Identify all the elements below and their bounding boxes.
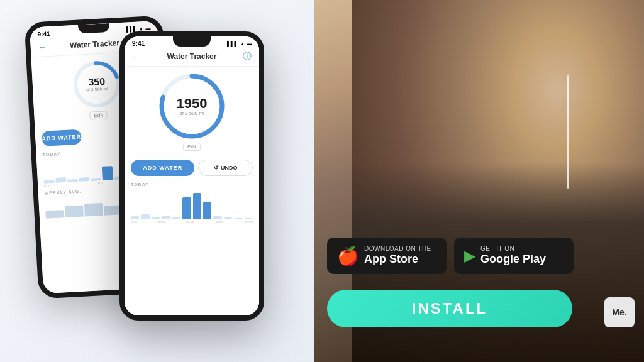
chart-bar (152, 217, 160, 219)
chart-labels-front: 0:00 6:00 12:00 18:00 24:00 (125, 219, 259, 224)
action-row: ADD WATER ↺ UNDO (131, 160, 253, 176)
app-store-button[interactable]: 🍎 Download on the App Store (327, 238, 447, 274)
google-play-button[interactable]: ▶ GET IT ON Google Play (454, 238, 574, 274)
phone-back-title: Water Tracker (70, 38, 120, 50)
water-target-front: of 2 500 ml (177, 111, 208, 116)
info-button-front[interactable]: ⓘ (243, 51, 252, 62)
app-store-text: Download on the App Store (364, 245, 431, 266)
install-button[interactable]: INSTALL (327, 290, 572, 327)
chart-bar (141, 214, 149, 219)
chart-label: 12:00 (186, 220, 194, 224)
chart-label: 6:00 (158, 220, 165, 224)
add-water-back[interactable]: ADD WATER (42, 129, 82, 146)
bar-chart-front (125, 188, 259, 219)
chart-bar (245, 218, 253, 219)
chart-label: 0:00 (131, 220, 137, 224)
chart-bar (234, 218, 242, 219)
chart-bar (44, 180, 55, 184)
phone-front-title: Water Tracker (167, 52, 217, 61)
chart-label: 24:00 (245, 220, 253, 224)
chart-bar-active (203, 202, 211, 219)
phone-front: 9:41 ▌▌▌ ▲ ▬ ← Water Tracker ⓘ (119, 31, 264, 321)
circle-container-front: 1950 of 2 500 ml Edit (125, 67, 259, 156)
chart-bar (224, 217, 232, 219)
chart-label: 0:00 (44, 184, 50, 188)
circle-number-back: 350 of 2 500 ml (86, 77, 108, 92)
add-water-front[interactable]: ADD WATER (131, 160, 194, 176)
weekly-bar (45, 210, 64, 219)
signal-icon: ▌▌▌ (227, 41, 238, 47)
chart-bar (55, 177, 66, 183)
water-amount-back: 350 (86, 77, 108, 88)
edit-button-front[interactable]: Edit (183, 143, 201, 151)
battery-icon: ▬ (247, 41, 252, 47)
google-play-icon: ▶ (464, 247, 475, 265)
chart-bar-active (193, 193, 201, 219)
weekly-bar (84, 203, 103, 216)
chart-bar (172, 217, 180, 219)
me-badge-label: Me. (612, 307, 626, 317)
back-button-front[interactable]: ← (132, 52, 141, 62)
chart-label: 6:00 (98, 181, 104, 185)
circle-progress-back: 350 of 2 500 ml (70, 58, 123, 111)
phones-container: 9:41 ▌▌▌ ▲ ▬ ← Water Tracker ⓘ (13, 6, 321, 356)
undo-label: UNDO (221, 165, 238, 171)
undo-icon: ↺ (214, 165, 219, 171)
wifi-icon: ▲ (240, 41, 245, 47)
earphone-wire (567, 75, 569, 189)
phone-front-notch (173, 36, 211, 47)
chart-bar (162, 216, 170, 219)
phone-front-icons: ▌▌▌ ▲ ▬ (227, 41, 252, 47)
chart-bar (79, 177, 89, 182)
water-amount-front: 1950 (177, 97, 208, 111)
phone-front-screen: 9:41 ▌▌▌ ▲ ▬ ← Water Tracker ⓘ (125, 36, 259, 315)
chart-label: 18:00 (216, 220, 224, 224)
chart-bar-active (102, 166, 113, 180)
chart-bar (213, 216, 221, 219)
google-play-text: GET IT ON Google Play (480, 245, 546, 266)
app-store-top-text: Download on the (364, 245, 431, 253)
undo-button[interactable]: ↺ UNDO (198, 160, 253, 176)
google-play-top-text: GET IT ON (480, 245, 514, 253)
phone-back-time: 9:41 (37, 30, 50, 38)
store-buttons-container: 🍎 Download on the App Store ▶ GET IT ON … (327, 238, 574, 274)
chart-bar (131, 216, 139, 219)
apple-icon: 🍎 (337, 246, 359, 266)
app-store-main-text: App Store (364, 253, 418, 266)
me-badge: Me. (604, 297, 635, 327)
phone-front-time: 9:41 (132, 40, 145, 47)
today-label-front: TODAY (125, 180, 259, 188)
chart-bar (67, 179, 78, 182)
battery-icon: ▬ (145, 26, 150, 31)
back-button[interactable]: ← (38, 41, 47, 52)
chart-bar-active (182, 197, 191, 219)
circle-number-front: 1950 of 2 500 ml (177, 97, 208, 116)
google-play-main-text: Google Play (480, 253, 546, 266)
weekly-bar (65, 206, 84, 217)
phone-front-nav: ← Water Tracker ⓘ (125, 50, 259, 67)
left-panel: 9:41 ▌▌▌ ▲ ▬ ← Water Tracker ⓘ (0, 0, 314, 362)
edit-button-back[interactable]: Edit (89, 111, 107, 119)
circle-progress-front: 1950 of 2 500 ml (157, 72, 226, 141)
